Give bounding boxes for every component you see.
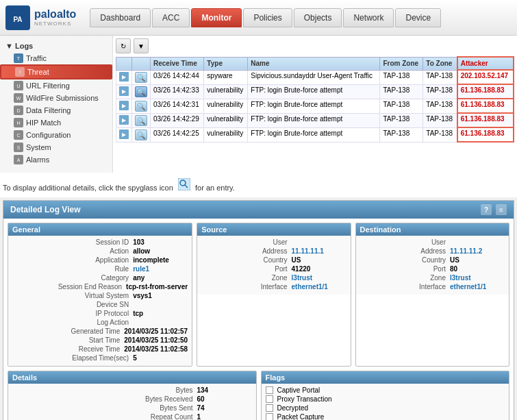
general-row-vsys: Virtual System vsys1 — [12, 292, 188, 299]
attacker-cell: 61.136.188.83 — [457, 84, 514, 99]
spyglass-button[interactable]: 🔍 — [135, 115, 147, 126]
row-detail-btn[interactable]: 🔍 — [132, 70, 151, 84]
policy-icon: ▶ — [119, 72, 129, 82]
policy-icon: ▶ — [119, 101, 129, 110]
svg-text:U: U — [16, 84, 20, 88]
policy-icon: ▶ — [119, 115, 129, 125]
sidebar-item-datafiltering[interactable]: D Data Filtering — [0, 104, 112, 116]
flags-header: Flags — [262, 371, 509, 384]
general-row-gentime: Generated Time 2014/03/25 11:02:57 — [12, 328, 188, 335]
sidebar-hipmatch-label: HIP Match — [26, 119, 61, 127]
packet-capture-checkbox[interactable] — [266, 413, 273, 420]
sidebar-item-configuration[interactable]: C Configuration — [0, 129, 112, 141]
detail-header-icons: ? ≡ — [481, 204, 507, 215]
sidebar-item-url[interactable]: U URL Filtering — [0, 79, 112, 92]
logo-name: paloalto — [34, 8, 76, 21]
row-detail-btn[interactable]: 🔍 — [132, 84, 151, 99]
tab-policies[interactable]: Policies — [243, 8, 292, 27]
row-detail-btn[interactable]: 🔍 — [132, 127, 151, 142]
bytesreceived-label: Bytes Received — [118, 395, 193, 403]
datafiltering-icon: D — [14, 106, 23, 115]
row-detail-btn[interactable]: 🔍 — [132, 99, 151, 113]
info-text-before: To display additional details, click the… — [3, 184, 173, 192]
attacker-cell: 202.103.52.147 — [457, 70, 514, 84]
src-port-label: Port — [212, 265, 288, 273]
sidebar-item-hipmatch[interactable]: H HIP Match — [0, 116, 112, 129]
general-row-category: Category any — [12, 274, 188, 282]
captive-portal-checkbox[interactable] — [266, 386, 273, 394]
dst-row-zone: Zone l3trust — [360, 274, 505, 282]
svg-text:C: C — [16, 133, 20, 138]
src-address-value: 11.11.11.1 — [292, 247, 346, 255]
tab-device[interactable]: Device — [395, 8, 441, 27]
captive-portal-label: Captive Portal — [277, 386, 320, 394]
tab-dashboard[interactable]: Dashboard — [90, 8, 151, 27]
traffic-icon: T — [14, 53, 23, 63]
tab-network[interactable]: Network — [343, 8, 394, 27]
details-row-bytesreceived: Bytes Received 60 — [12, 395, 252, 403]
proxy-transaction-checkbox[interactable] — [266, 395, 273, 403]
action-value: allow — [133, 247, 188, 255]
tab-acc[interactable]: ACC — [152, 8, 190, 27]
general-row-action: Action allow — [12, 247, 188, 255]
sidebar-item-wildfire[interactable]: W WildFire Submissions — [0, 92, 112, 104]
dst-zone-value: l3trust — [450, 274, 505, 282]
detail-body-top: General Session ID 103 Action allow Appl… — [3, 219, 514, 371]
configuration-icon: C — [14, 130, 23, 140]
bytessent-label: Bytes Sent — [118, 404, 193, 412]
sidebar-item-traffic[interactable]: T Traffic — [0, 52, 112, 64]
details-body: Bytes 134 Bytes Received 60 Bytes Sent 7… — [8, 384, 256, 420]
detail-help-button[interactable]: ? — [481, 204, 492, 215]
dst-country-label: Country — [370, 256, 446, 264]
dst-user-value — [450, 238, 505, 246]
detail-menu-button[interactable]: ≡ — [496, 204, 507, 215]
source-row-port: Port 41220 — [201, 265, 346, 273]
dst-address-label: Address — [370, 247, 446, 255]
source-row-interface: Interface ethernet1/1 — [201, 283, 346, 291]
detail-header: Detailed Log View ? ≡ — [3, 201, 514, 219]
policy-icon: ▶ — [119, 129, 129, 139]
flag-decrypted: Decrypted — [266, 404, 505, 412]
dst-row-user: User — [360, 238, 505, 246]
detail-title: Detailed Log View — [10, 205, 80, 214]
refresh-button[interactable]: ↻ — [116, 38, 131, 53]
tozone-cell: TAP-138 — [423, 70, 457, 84]
info-text-after: for an entry. — [195, 184, 235, 192]
spyglass-button[interactable]: 🔍 — [135, 72, 147, 83]
spyglass-button[interactable]: 🔍 — [135, 101, 147, 112]
flag-packet-capture: Packet Capture — [266, 413, 505, 420]
vsys-value: vsys1 — [133, 292, 188, 299]
spyglass-button-active[interactable]: 🔍 — [135, 86, 147, 97]
starttime-value: 2014/03/25 11:02:50 — [124, 336, 188, 344]
category-label: Category — [53, 274, 129, 282]
sidebar-item-threat[interactable]: ! Threat — [0, 64, 112, 79]
sidebar-logs-section[interactable]: ▼ Logs — [0, 40, 112, 52]
details-header: Details — [8, 371, 256, 384]
receivetime-label: Receive Time — [45, 345, 120, 353]
sidebar-item-alarms[interactable]: A Alarms — [0, 153, 112, 166]
decrypted-checkbox[interactable] — [266, 404, 273, 412]
sidebar-item-system[interactable]: S System — [0, 141, 112, 153]
filter-button[interactable]: ▼ — [134, 38, 149, 53]
table-row: ▶ 🔍 03/26 14:42:44 spyware Sipvicious.su… — [116, 70, 514, 84]
general-row-rule: Rule rule1 — [12, 265, 188, 273]
logo: PA paloalto NETWORKS — [5, 5, 76, 30]
devicesn-value — [133, 301, 188, 308]
general-header: General — [8, 223, 192, 236]
proxy-transaction-label: Proxy Transaction — [277, 395, 332, 403]
rule-value: rule1 — [133, 265, 188, 273]
row-detail-btn[interactable]: 🔍 — [132, 113, 151, 127]
dst-row-address: Address 11.11.11.2 — [360, 247, 505, 255]
type-cell: spyware — [204, 70, 248, 84]
source-row-address: Address 11.11.11.1 — [201, 247, 346, 255]
svg-text:▶: ▶ — [122, 132, 127, 138]
attacker-cell: 61.136.188.83 — [457, 113, 514, 127]
hipmatch-icon: H — [14, 118, 23, 127]
dst-row-interface: Interface ethernet1/1 — [360, 283, 505, 291]
tab-monitor[interactable]: Monitor — [191, 8, 242, 27]
col-header-detail — [132, 57, 151, 70]
category-value: any — [133, 274, 188, 282]
tab-objects[interactable]: Objects — [294, 8, 342, 27]
spyglass-button[interactable]: 🔍 — [135, 129, 147, 140]
devicesn-label: Device SN — [53, 301, 129, 308]
